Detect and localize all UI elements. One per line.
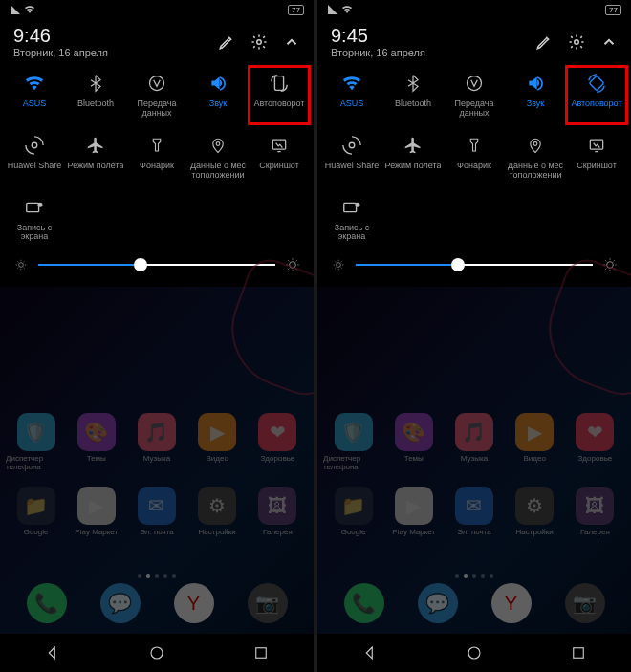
- dock-browser[interactable]: Y: [491, 583, 532, 626]
- airplane-tile[interactable]: Режим полета: [382, 128, 444, 186]
- screenshot-tile[interactable]: Скриншот: [566, 128, 627, 186]
- location-tile[interactable]: Данные о мес тоположении: [187, 128, 249, 186]
- wifi-icon: [23, 72, 46, 95]
- back-button[interactable]: [42, 642, 63, 663]
- app-themes[interactable]: 🎨Темы: [66, 413, 126, 471]
- app-label: Темы: [404, 454, 424, 463]
- back-button[interactable]: [359, 642, 381, 663]
- dock-phone[interactable]: 📞: [27, 583, 67, 626]
- clock: 9:45: [331, 25, 425, 47]
- svg-rect-2: [274, 76, 283, 91]
- svg-rect-23: [574, 648, 584, 659]
- app-google-folder[interactable]: 📁Google: [323, 487, 383, 536]
- slider-thumb[interactable]: [134, 258, 147, 271]
- app-google-folder[interactable]: 📁Google: [6, 487, 66, 536]
- autorotate-tile[interactable]: Автоповорот: [566, 66, 627, 124]
- brightness-slider[interactable]: [356, 264, 593, 266]
- collapse-icon[interactable]: [283, 33, 300, 51]
- tile-label: Режим полета: [68, 162, 124, 171]
- home-button[interactable]: [464, 642, 485, 663]
- app-label: Видео: [524, 454, 546, 463]
- tile-label: Передача данных: [128, 99, 185, 119]
- app-play-store[interactable]: ▶Play Маркет: [383, 487, 444, 536]
- bluetooth-tile[interactable]: Bluetooth: [382, 66, 444, 124]
- tile-label: Передача данных: [446, 99, 503, 119]
- dock-browser[interactable]: Y: [174, 583, 214, 626]
- home-screen-apps: 🛡️Диспетчер телефона 🎨Темы 🎵Музыка ▶Виде…: [317, 413, 631, 536]
- recent-button[interactable]: [568, 642, 589, 663]
- brightness-low-icon: [331, 257, 346, 272]
- rotate-lock-icon: [268, 72, 291, 95]
- quick-settings-row-1: ASUS Bluetooth Передача данных Звук Авто…: [0, 62, 314, 124]
- page-indicator: [317, 574, 631, 578]
- sound-tile[interactable]: Звук: [187, 66, 249, 124]
- app-settings[interactable]: ⚙Настройки: [187, 487, 248, 536]
- app-health[interactable]: ❤Здоровье: [248, 413, 308, 471]
- app-play-store[interactable]: ▶Play Маркет: [66, 487, 126, 536]
- tile-label: Huawei Share: [8, 162, 62, 171]
- brightness-slider[interactable]: [38, 264, 275, 266]
- dock-phone[interactable]: 📞: [344, 583, 384, 626]
- wifi-tile[interactable]: ASUS: [321, 66, 382, 124]
- settings-icon[interactable]: [250, 33, 268, 51]
- screen-record-tile[interactable]: Запись с экрана: [4, 190, 65, 249]
- app-video[interactable]: ▶Видео: [187, 413, 248, 471]
- app-phone-manager[interactable]: 🛡️Диспетчер телефона: [6, 413, 66, 471]
- quick-settings-row-1: ASUS Bluetooth Передача данных Звук Авто…: [317, 62, 631, 124]
- home-screen-apps: 🛡️Диспетчер телефона 🎨Темы 🎵Музыка ▶Виде…: [0, 413, 314, 536]
- app-music[interactable]: 🎵Музыка: [444, 413, 504, 471]
- screen-record-tile[interactable]: Запись с экрана: [321, 190, 382, 249]
- tile-label: Huawei Share: [325, 162, 380, 171]
- edit-icon[interactable]: [535, 33, 553, 51]
- app-video[interactable]: ▶Видео: [505, 413, 565, 471]
- home-button[interactable]: [146, 642, 167, 663]
- signal-icon: [10, 4, 21, 15]
- app-music[interactable]: 🎵Музыка: [126, 413, 186, 471]
- svg-point-1: [150, 76, 164, 91]
- airplane-tile[interactable]: Режим полета: [65, 128, 126, 186]
- tile-label: Звук: [527, 99, 544, 109]
- wifi-icon: [341, 4, 353, 15]
- edit-icon[interactable]: [218, 33, 235, 51]
- app-gallery[interactable]: 🖼Галерея: [248, 487, 308, 536]
- dock-messages[interactable]: 💬: [418, 583, 458, 626]
- huawei-share-tile[interactable]: Huawei Share: [321, 128, 382, 186]
- svg-point-3: [32, 142, 37, 148]
- tile-label: Фонарик: [140, 162, 174, 171]
- mobile-data-tile[interactable]: Передача данных: [126, 66, 187, 124]
- dock-camera[interactable]: 📷: [248, 583, 288, 626]
- app-phone-manager[interactable]: 🛡️Диспетчер телефона: [323, 413, 383, 471]
- tile-label: Автоповорот: [571, 99, 621, 109]
- app-label: Настройки: [199, 528, 236, 536]
- app-themes[interactable]: 🎨Темы: [383, 413, 444, 471]
- app-gallery[interactable]: 🖼Галерея: [565, 487, 625, 536]
- flashlight-tile[interactable]: Фонарик: [126, 128, 187, 186]
- slider-thumb[interactable]: [451, 258, 465, 271]
- recent-button[interactable]: [250, 642, 272, 663]
- app-email[interactable]: ✉Эл. почта: [444, 487, 504, 536]
- sound-tile[interactable]: Звук: [505, 66, 566, 124]
- wifi-icon: [340, 72, 363, 95]
- location-tile[interactable]: Данные о мес тоположении: [505, 128, 566, 186]
- data-icon: [145, 72, 168, 95]
- svg-point-4: [216, 141, 220, 145]
- wifi-tile[interactable]: ASUS: [4, 66, 65, 124]
- autorotate-tile[interactable]: Автоповорот: [249, 66, 310, 124]
- huawei-share-tile[interactable]: Huawei Share: [4, 128, 65, 186]
- mobile-data-tile[interactable]: Передача данных: [444, 66, 505, 124]
- quick-settings-row-3: Запись с экрана: [0, 186, 314, 249]
- app-settings[interactable]: ⚙Настройки: [505, 487, 565, 536]
- page-indicator: [0, 574, 314, 578]
- share-icon: [340, 134, 363, 157]
- dock-camera[interactable]: 📷: [565, 583, 605, 626]
- settings-icon[interactable]: [568, 33, 585, 51]
- flashlight-tile[interactable]: Фонарик: [444, 128, 505, 186]
- clock: 9:46: [13, 25, 108, 47]
- dock-messages[interactable]: 💬: [100, 583, 141, 626]
- bluetooth-tile[interactable]: Bluetooth: [65, 66, 126, 124]
- app-email[interactable]: ✉Эл. почта: [126, 487, 186, 536]
- app-health[interactable]: ❤Здоровье: [565, 413, 625, 471]
- collapse-icon[interactable]: [600, 33, 618, 51]
- screenshot-tile[interactable]: Скриншот: [249, 128, 310, 186]
- share-icon: [23, 134, 46, 157]
